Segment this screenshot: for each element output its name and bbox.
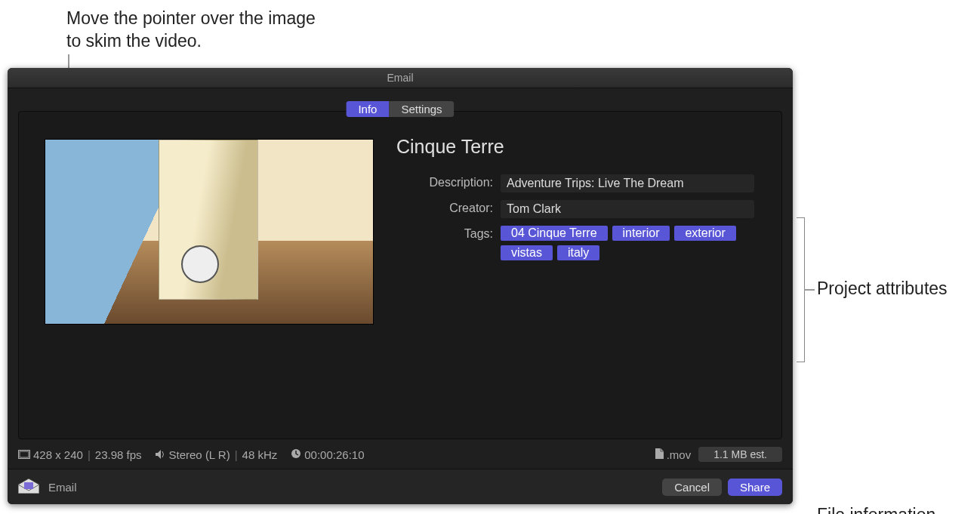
svg-rect-5 (24, 482, 33, 489)
clock-icon (291, 448, 301, 461)
tag-token[interactable]: vistas (501, 245, 553, 260)
tab-info[interactable]: Info (346, 101, 389, 117)
info-extension: .mov (667, 448, 692, 461)
tag-token[interactable]: interior (612, 226, 670, 241)
window-titlebar: Email (8, 68, 793, 88)
share-button[interactable]: Share (728, 479, 782, 496)
svg-rect-1 (20, 451, 29, 457)
callout-line-attrs (804, 289, 815, 291)
video-frame-icon (18, 448, 30, 461)
destination-label: Email (48, 481, 77, 494)
window-title: Email (387, 72, 413, 84)
cancel-button[interactable]: Cancel (662, 479, 722, 496)
callout-project-attributes: Project attributes (817, 278, 968, 300)
envelope-icon (18, 479, 39, 496)
info-filesize: 1.1 MB est. (698, 447, 782, 462)
creator-field[interactable]: Tom Clark (501, 200, 754, 218)
tag-token[interactable]: italy (557, 245, 599, 260)
info-fps: 23.98 fps (95, 448, 142, 461)
info-duration: 00:00:26:10 (304, 448, 364, 461)
description-field[interactable]: Adventure Trips: Live The Dream (501, 174, 754, 192)
project-title: Cinque Terre (396, 136, 759, 158)
file-info-bar: 428 x 240 | 23.98 fps Stereo (L R) | 48 … (18, 444, 782, 465)
project-attributes: Cinque Terre Description: Adventure Trip… (396, 136, 759, 268)
tab-segmented-control: Info Settings (346, 101, 454, 117)
content-area: Info Settings Cinque Terre Description: … (18, 111, 782, 439)
share-window: Email Info Settings Cinque Terre Descrip… (8, 68, 793, 504)
label-creator: Creator: (396, 200, 501, 215)
callout-file-information: File information (817, 504, 975, 514)
svg-marker-2 (156, 450, 161, 459)
info-resolution: 428 x 240 (33, 448, 83, 461)
info-audio: Stereo (L R) (169, 448, 230, 461)
tags-field[interactable]: 04 Cinque Terre interior exterior vistas… (501, 226, 757, 260)
label-tags: Tags: (396, 226, 501, 241)
thumbnail-art-clock (181, 245, 219, 283)
info-samplerate: 48 kHz (242, 448, 278, 461)
callout-skim: Move the pointer over the image to skim … (66, 8, 323, 53)
footer-bar: Email Cancel Share (8, 469, 793, 504)
tag-token[interactable]: 04 Cinque Terre (501, 226, 608, 241)
row-description: Description: Adventure Trips: Live The D… (396, 174, 759, 192)
video-thumbnail[interactable] (45, 139, 374, 325)
row-tags: Tags: 04 Cinque Terre interior exterior … (396, 226, 759, 260)
row-creator: Creator: Tom Clark (396, 200, 759, 218)
file-icon (655, 448, 664, 461)
tag-token[interactable]: exterior (674, 226, 735, 241)
tab-settings[interactable]: Settings (389, 101, 454, 117)
label-description: Description: (396, 174, 501, 189)
speaker-icon (156, 448, 166, 461)
